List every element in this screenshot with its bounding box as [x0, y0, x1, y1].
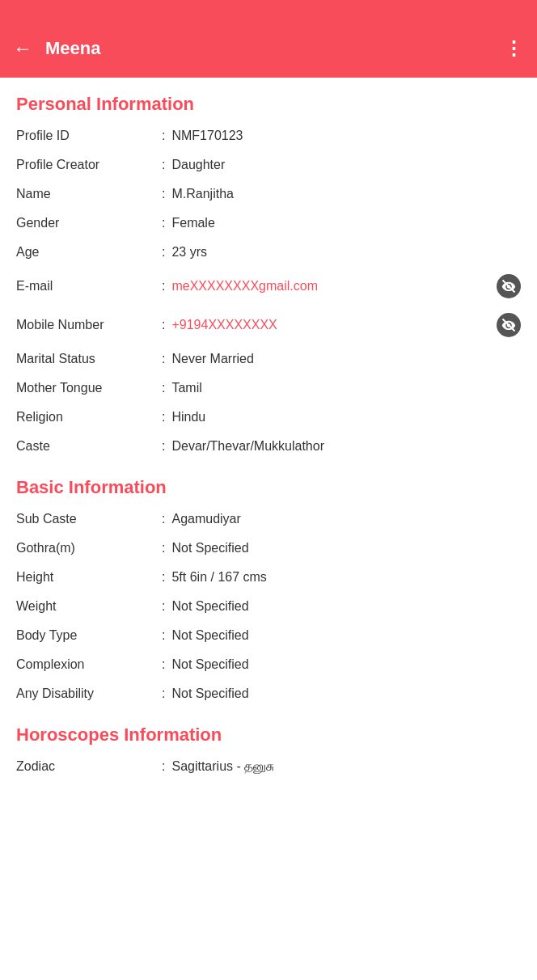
field-label: Religion	[16, 410, 162, 425]
info-row: Profile Creator:Daughter	[16, 150, 521, 180]
field-label: Profile Creator	[16, 158, 162, 172]
field-value: Not Specified	[171, 686, 521, 701]
info-row: Weight:Not Specified	[16, 592, 521, 621]
field-value: meXXXXXXXXgmail.com	[171, 279, 490, 294]
info-row: Religion:Hindu	[16, 403, 521, 432]
field-value: Agamudiyar	[171, 512, 521, 526]
field-label: Body Type	[16, 628, 162, 643]
field-colon: :	[162, 657, 165, 672]
header-title: Meena	[45, 38, 100, 59]
field-label: Mother Tongue	[16, 381, 162, 395]
field-colon: :	[162, 628, 165, 643]
field-colon: :	[162, 512, 165, 526]
field-value: Devar/Thevar/Mukkulathor	[171, 439, 521, 454]
field-colon: :	[162, 279, 165, 294]
menu-button[interactable]: ⋮	[504, 37, 524, 60]
field-colon: :	[162, 686, 165, 701]
section-title-horoscopes: Horoscopes Information	[16, 724, 521, 746]
info-row: Caste:Devar/Thevar/Mukkulathor	[16, 432, 521, 461]
field-colon: :	[162, 187, 165, 201]
field-label: Gothra(m)	[16, 541, 162, 555]
field-label: Profile ID	[16, 129, 162, 143]
info-row: Complexion:Not Specified	[16, 650, 521, 679]
field-colon: :	[162, 570, 165, 585]
status-bar	[0, 0, 537, 19]
section-title-basic: Basic Information	[16, 477, 521, 498]
info-row: Mobile Number:+9194XXXXXXXX	[16, 306, 521, 344]
content: Personal InformationProfile ID:NMF170123…	[0, 94, 537, 800]
field-colon: :	[162, 352, 165, 366]
info-row: Height:5ft 6in / 167 cms	[16, 563, 521, 592]
field-value: Not Specified	[171, 657, 521, 672]
info-row: Profile ID:NMF170123	[16, 121, 521, 150]
field-value: 5ft 6in / 167 cms	[171, 570, 521, 585]
field-colon: :	[162, 381, 165, 395]
section-title-personal: Personal Information	[16, 94, 521, 115]
field-value: Sagittarius - தனுசு	[171, 759, 521, 774]
field-label: Sub Caste	[16, 512, 162, 526]
field-value: Never Married	[171, 352, 521, 366]
info-row: Zodiac:Sagittarius - தனுசு	[16, 752, 521, 781]
info-row: Name:M.Ranjitha	[16, 180, 521, 209]
field-label: Any Disability	[16, 686, 162, 701]
field-colon: :	[162, 318, 165, 332]
info-row: Gender:Female	[16, 209, 521, 238]
field-value: NMF170123	[171, 129, 521, 143]
info-row: Body Type:Not Specified	[16, 621, 521, 650]
field-colon: :	[162, 129, 165, 143]
field-value: Not Specified	[171, 541, 521, 555]
field-value: Not Specified	[171, 628, 521, 643]
field-label: Height	[16, 570, 162, 585]
field-label: Marital Status	[16, 352, 162, 366]
field-colon: :	[162, 158, 165, 172]
field-colon: :	[162, 439, 165, 454]
field-colon: :	[162, 245, 165, 260]
back-button[interactable]: ←	[13, 37, 32, 60]
field-label: Zodiac	[16, 759, 162, 774]
field-value: Female	[171, 216, 521, 230]
info-row: E-mail:meXXXXXXXXgmail.com	[16, 267, 521, 306]
field-value: Tamil	[171, 381, 521, 395]
field-value: Hindu	[171, 410, 521, 425]
field-label: Weight	[16, 599, 162, 614]
field-value: +9194XXXXXXXX	[171, 318, 490, 332]
field-value: 23 yrs	[171, 245, 521, 260]
info-row: Mother Tongue:Tamil	[16, 374, 521, 403]
field-label: Gender	[16, 216, 162, 230]
field-label: Complexion	[16, 657, 162, 672]
info-row: Sub Caste:Agamudiyar	[16, 505, 521, 534]
field-colon: :	[162, 599, 165, 614]
field-label: Age	[16, 245, 162, 260]
info-row: Age:23 yrs	[16, 238, 521, 267]
field-label: E-mail	[16, 279, 162, 294]
field-label: Mobile Number	[16, 318, 162, 332]
field-value: Not Specified	[171, 599, 521, 614]
header: ← Meena ⋮	[0, 19, 537, 78]
field-colon: :	[162, 541, 165, 555]
info-row: Any Disability:Not Specified	[16, 679, 521, 708]
eye-icon[interactable]	[497, 274, 521, 298]
info-row: Marital Status:Never Married	[16, 344, 521, 374]
field-colon: :	[162, 759, 165, 774]
field-label: Name	[16, 187, 162, 201]
field-value: Daughter	[171, 158, 521, 172]
eye-icon[interactable]	[497, 313, 521, 337]
field-colon: :	[162, 216, 165, 230]
field-colon: :	[162, 410, 165, 425]
info-row: Gothra(m):Not Specified	[16, 534, 521, 563]
field-label: Caste	[16, 439, 162, 454]
field-value: M.Ranjitha	[171, 187, 521, 201]
